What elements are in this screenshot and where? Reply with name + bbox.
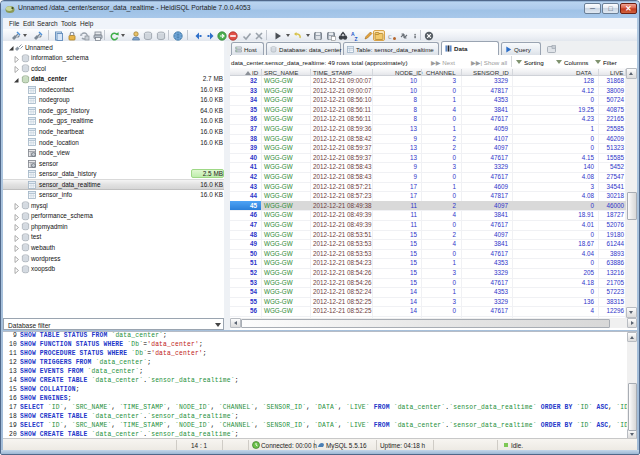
svg-text:Z: Z	[355, 35, 358, 41]
svg-text:c: c	[388, 32, 392, 41]
